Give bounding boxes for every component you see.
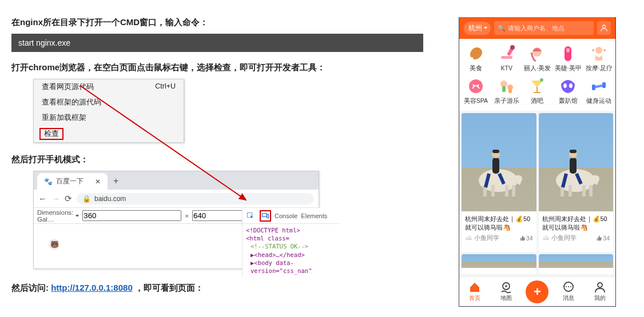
like-button[interactable]: 34 xyxy=(519,235,533,242)
nail-icon xyxy=(559,45,577,63)
nav-back-icon[interactable]: ← xyxy=(38,194,47,204)
baidu-favicon: 🐾 xyxy=(44,178,53,186)
category-label: 亲子游乐 xyxy=(494,97,519,105)
mask-icon xyxy=(559,77,577,95)
browser-screenshot: 🐾 百度一下 ✕ + ← → ⟳ 🔒 baidu.com Dimensions:… xyxy=(33,171,319,269)
card-title: 杭州周末好去处｜💰50就可以骑马啦🐴 xyxy=(539,211,614,234)
search-icon: 🔍 xyxy=(498,25,506,32)
devtools-source: <!DOCTYPE html> <html class= <!--STATUS … xyxy=(243,224,339,277)
nav-reload-icon[interactable]: ⟳ xyxy=(65,194,72,204)
chevron-down-icon xyxy=(484,27,487,29)
category-item[interactable]: 健身运动 xyxy=(583,75,614,107)
browser-tab-title: 百度一下 xyxy=(56,176,84,186)
user-icon-button[interactable] xyxy=(597,21,611,35)
category-item[interactable]: KTV xyxy=(491,42,522,75)
category-item[interactable]: 轰趴馆 xyxy=(552,75,583,107)
feed-card[interactable]: 杭州周末好去处｜💰50就可以骑马啦🐴 ☁️小鱼同学 34 xyxy=(462,113,536,252)
device-toggle-icon[interactable] xyxy=(260,210,271,222)
feed-card[interactable]: 杭州周末好去处｜💰50就可以骑马啦🐴 ☁️小鱼同学 34 xyxy=(539,113,614,252)
massage-icon xyxy=(590,45,608,63)
instruction-step4: 然后访问: http://127.0.0.1:8080 ，即可看到页面： xyxy=(11,283,446,294)
context-menu-screenshot: 查看网页源代码 Ctrl+U 查看框架的源代码 重新加载框架 检查 xyxy=(33,79,446,143)
ctx-view-source-shortcut: Ctrl+U xyxy=(155,82,176,92)
tab-add-button[interactable]: + xyxy=(522,280,553,303)
devtab-elements[interactable]: Elements xyxy=(301,212,327,219)
category-label: 美食 xyxy=(470,65,482,73)
ctx-inspect[interactable]: 检查 xyxy=(34,126,184,142)
address-bar[interactable]: 🔒 baidu.com xyxy=(77,193,314,204)
city-selector[interactable]: 杭州 xyxy=(464,22,491,35)
spa-icon xyxy=(467,77,485,95)
plus-icon: + xyxy=(526,280,548,303)
ctx-view-frame-source[interactable]: 查看框架的源代码 xyxy=(34,95,184,110)
category-label: 美睫·美甲 xyxy=(555,65,582,73)
dumbbell-icon xyxy=(590,77,608,95)
ctx-reload-frame[interactable]: 重新加载框架 xyxy=(34,110,184,126)
search-input[interactable]: 🔍 请输入商户名、地点 xyxy=(494,21,594,35)
instruction-step2: 打开chrome浏览器，在空白页面点击鼠标右键，选择检查，即可打开开发者工具： xyxy=(11,62,446,73)
category-item[interactable]: 酒吧 xyxy=(522,75,553,107)
feed-grid: 杭州周末好去处｜💰50就可以骑马啦🐴 ☁️小鱼同学 34 杭州周末好去处｜💰50… xyxy=(459,111,615,276)
feed-card[interactable] xyxy=(539,254,614,274)
tab-map[interactable]: 地图 xyxy=(491,281,522,302)
url-text: baidu.com xyxy=(94,195,126,203)
category-label: 丽人·美发 xyxy=(524,65,551,73)
category-item[interactable]: 美食 xyxy=(460,42,491,75)
close-tab-icon[interactable]: ✕ xyxy=(95,178,101,186)
tab-mine[interactable]: 我的 xyxy=(584,281,615,302)
inspect-element-icon[interactable] xyxy=(245,210,256,222)
category-label: 健身运动 xyxy=(586,97,611,105)
category-grid: 美食KTV丽人·美发美睫·美甲按摩·足疗美容SPA亲子游乐酒吧轰趴馆健身运动 xyxy=(459,39,615,111)
category-item[interactable]: 按摩·足疗 xyxy=(583,42,614,75)
instruction-step1: 在nginx所在目录下打开一个CMD窗口，输入命令： xyxy=(11,17,446,28)
lock-icon: 🔒 xyxy=(82,195,91,203)
category-label: 轰趴馆 xyxy=(559,97,578,105)
cloud-icon: ☁️ xyxy=(542,234,550,242)
dimensions-selector[interactable]: Dimensions: Gal… xyxy=(37,209,79,223)
devtab-console[interactable]: Console xyxy=(275,212,297,219)
browser-tab[interactable]: 🐾 百度一下 ✕ xyxy=(37,173,108,190)
card-user: 小鱼同学 xyxy=(551,234,577,242)
chicken-icon xyxy=(467,45,485,63)
width-input[interactable] xyxy=(82,210,181,221)
like-button[interactable]: 34 xyxy=(595,235,610,242)
ctx-inspect-label: 检查 xyxy=(39,128,63,140)
category-label: 按摩·足疗 xyxy=(586,65,613,73)
chevron-down-icon xyxy=(75,215,79,217)
devtools-panel: 手机模式 Console Elements <!DOCTYPE html> <h… xyxy=(242,208,339,277)
category-label: 酒吧 xyxy=(531,97,543,105)
card-user: 小鱼同学 xyxy=(474,234,499,242)
category-label: 美容SPA xyxy=(464,97,488,105)
category-label: KTV xyxy=(500,65,512,71)
cocktail-icon xyxy=(528,77,546,95)
svg-rect-42 xyxy=(267,214,269,218)
ctx-view-source-label: 查看网页源代码 xyxy=(42,82,94,92)
cloud-icon: ☁️ xyxy=(465,234,472,242)
bottom-tabbar: 首页 地图 + 消息 我的 xyxy=(459,276,615,306)
hair-icon xyxy=(528,45,546,63)
tab-messages[interactable]: 消息 xyxy=(553,281,585,302)
feed-card[interactable] xyxy=(462,254,536,274)
instruction-step3: 然后打开手机模式： xyxy=(11,154,446,165)
nav-fwd-icon[interactable]: → xyxy=(51,194,60,204)
code-block: start nginx.exe xyxy=(11,34,423,52)
mic-icon xyxy=(498,45,516,63)
baidu-logo-icon: 🐻 xyxy=(49,239,60,250)
new-tab-button[interactable]: + xyxy=(113,176,118,186)
category-item[interactable]: 丽人·美发 xyxy=(522,42,553,75)
mobile-app-screenshot: 杭州 🔍 请输入商户名、地点 美食KTV丽人·美发美睫·美甲按摩·足疗美容SPA… xyxy=(459,17,616,307)
svg-rect-41 xyxy=(262,213,267,216)
ctx-view-source[interactable]: 查看网页源代码 Ctrl+U xyxy=(34,79,184,95)
card-title: 杭州周末好去处｜💰50就可以骑马啦🐴 xyxy=(462,211,536,234)
local-url-link[interactable]: http://127.0.0.1:8080 xyxy=(51,283,133,292)
category-item[interactable]: 美睫·美甲 xyxy=(552,42,583,75)
kids-icon xyxy=(498,77,516,95)
category-item[interactable]: 亲子游乐 xyxy=(491,75,522,107)
tab-home[interactable]: 首页 xyxy=(459,281,491,302)
category-item[interactable]: 美容SPA xyxy=(460,75,491,107)
